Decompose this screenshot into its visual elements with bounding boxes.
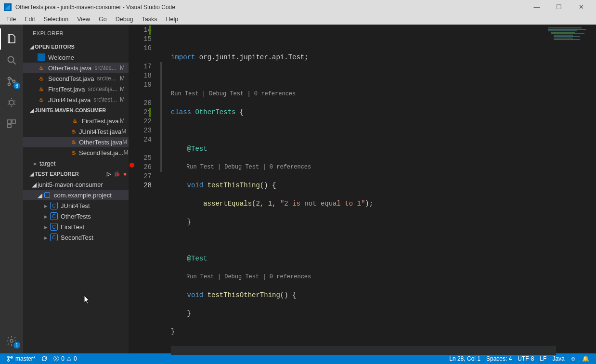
search-icon bbox=[6, 54, 17, 66]
activity-scm[interactable]: 6 bbox=[0, 71, 23, 92]
menu-go[interactable]: Go bbox=[94, 15, 111, 24]
codelens[interactable]: Run Test | Debug Test | 0 references bbox=[171, 163, 556, 172]
svg-point-12 bbox=[8, 356, 10, 358]
file-label: OtherTests.java bbox=[79, 139, 122, 146]
activity-search[interactable] bbox=[0, 50, 23, 71]
run-all-tests-icon[interactable]: ▷ bbox=[107, 171, 111, 177]
open-editor-label: JUnit4Test.java bbox=[48, 96, 91, 104]
test-class-label: JUnit4Test bbox=[61, 202, 90, 209]
menu-help[interactable]: Help bbox=[162, 15, 183, 24]
test-package-label: com.example.project bbox=[54, 192, 112, 199]
line-gutter: 14 15 16 17 18 19 20 21 22 23 24 25 26 2… bbox=[135, 25, 160, 364]
test-project[interactable]: ◢junit5-maven-consumer bbox=[23, 179, 129, 190]
svg-point-4 bbox=[9, 100, 14, 105]
open-editor-label: Welcome bbox=[48, 54, 74, 61]
explorer-sidebar: EXPLORER ◢OPEN EDITORS Welcome ♨OtherTes… bbox=[23, 25, 129, 353]
modified-indicator: M bbox=[120, 65, 129, 71]
modified-indicator: M bbox=[122, 139, 129, 145]
maximize-button[interactable]: ☐ bbox=[548, 3, 570, 11]
java-icon: ♨ bbox=[38, 75, 45, 82]
test-class-icon: C bbox=[50, 223, 58, 231]
test-explorer-header[interactable]: ◢TEST EXPLORER ▷ 🐞 ■ bbox=[23, 169, 129, 179]
status-problems[interactable]: ⓧ0 ⚠0 bbox=[51, 355, 79, 363]
java-icon: ♨ bbox=[71, 138, 76, 146]
test-class-junit4test[interactable]: ▸CJUnit4Test bbox=[23, 200, 129, 211]
activity-explorer[interactable] bbox=[0, 28, 23, 50]
status-sync[interactable] bbox=[38, 355, 51, 362]
folder-target[interactable]: ▸target bbox=[23, 158, 129, 169]
minimize-button[interactable]: — bbox=[526, 3, 548, 11]
open-editor-path: src\te... bbox=[97, 75, 116, 82]
git-branch-icon bbox=[7, 355, 13, 362]
file-othertests[interactable]: ♨OtherTests.javaM bbox=[23, 137, 129, 147]
menu-tasks[interactable]: Tasks bbox=[138, 15, 162, 24]
test-class-label: OtherTests bbox=[61, 213, 91, 220]
open-editor-junit4test[interactable]: ♨JUnit4Test.javasrc\test...M bbox=[23, 94, 129, 105]
breakpoint-icon[interactable] bbox=[130, 163, 134, 168]
file-firsttest[interactable]: ♨FirstTest.javaM bbox=[23, 116, 129, 126]
test-class-icon: C bbox=[50, 202, 58, 209]
editor-area: Welcome ♨OtherTests.java× ♨SecondTest.ja… bbox=[129, 25, 596, 353]
folder-label: JUNIT5-MAVEN-CONSUMER bbox=[35, 107, 106, 113]
java-icon: ♨ bbox=[38, 96, 45, 104]
open-editor-othertests[interactable]: ♨OtherTests.javasrc\tes...M bbox=[23, 63, 129, 73]
activity-settings[interactable]: 1 bbox=[0, 330, 23, 351]
test-class-label: SecondTest bbox=[61, 234, 93, 241]
test-class-icon: C bbox=[50, 212, 58, 220]
error-icon: ⓧ bbox=[53, 355, 59, 363]
warning-count: 0 bbox=[74, 355, 77, 362]
open-editor-firsttest[interactable]: ♨FirstTest.javasrc\test\ja...M bbox=[23, 84, 129, 94]
java-icon: ♨ bbox=[71, 128, 76, 135]
java-icon: ♨ bbox=[71, 149, 76, 156]
modified-indicator: M bbox=[120, 86, 129, 92]
vscode-icon bbox=[4, 3, 12, 11]
open-editor-label: SecondTest.java bbox=[48, 75, 94, 82]
file-junit4test[interactable]: ♨JUnit4Test.javaM bbox=[23, 126, 129, 137]
modified-indicator: M bbox=[124, 149, 129, 156]
open-editor-path: src\test\ja... bbox=[88, 86, 117, 92]
menu-file[interactable]: File bbox=[2, 15, 20, 24]
code-content[interactable]: import org.junit.jupiter.api.Test; Run T… bbox=[166, 25, 556, 364]
sync-icon bbox=[41, 355, 48, 362]
status-branch[interactable]: master* bbox=[4, 355, 38, 362]
java-icon: ♨ bbox=[71, 117, 79, 125]
svg-rect-7 bbox=[8, 124, 11, 128]
debug-all-tests-icon[interactable]: 🐞 bbox=[114, 171, 120, 177]
open-editor-welcome[interactable]: Welcome bbox=[23, 52, 129, 63]
menu-view[interactable]: View bbox=[73, 15, 94, 24]
open-editors-header[interactable]: ◢OPEN EDITORS bbox=[23, 41, 129, 52]
activity-extensions[interactable] bbox=[0, 113, 23, 134]
test-project-label: junit5-maven-consumer bbox=[38, 181, 103, 188]
settings-badge: 1 bbox=[13, 342, 20, 349]
code-editor[interactable]: 14 15 16 17 18 19 20 21 22 23 24 25 26 2… bbox=[129, 25, 596, 364]
svg-rect-5 bbox=[8, 120, 11, 123]
codelens[interactable]: Run Test | Debug Test | 0 references bbox=[171, 90, 556, 99]
svg-point-3 bbox=[13, 80, 15, 83]
open-editor-secondtest[interactable]: ♨SecondTest.javasrc\te...M bbox=[23, 73, 129, 84]
test-package[interactable]: ◢com.example.project bbox=[23, 190, 129, 200]
menu-debug[interactable]: Debug bbox=[111, 15, 138, 24]
menu-edit[interactable]: Edit bbox=[20, 15, 39, 24]
test-class-firsttest[interactable]: ▸CFirstTest bbox=[23, 221, 129, 232]
folder-header[interactable]: ◢JUNIT5-MAVEN-CONSUMER bbox=[23, 105, 129, 116]
file-secondtest[interactable]: ♨SecondTest.ja...M bbox=[23, 147, 129, 158]
minimap[interactable] bbox=[548, 25, 596, 364]
menu-selection[interactable]: Selection bbox=[39, 15, 73, 24]
test-class-secondtest[interactable]: ▸CSecondTest bbox=[23, 232, 129, 243]
test-class-icon: C bbox=[50, 234, 58, 241]
codelens[interactable]: Run Test | Debug Test | 0 references bbox=[171, 273, 556, 282]
file-label: JUnit4Test.java bbox=[79, 128, 121, 135]
warning-icon: ⚠ bbox=[66, 355, 72, 362]
test-class-othertests[interactable]: ▸COtherTests bbox=[23, 211, 129, 221]
sidebar-title: EXPLORER bbox=[23, 25, 129, 41]
files-icon bbox=[6, 33, 17, 45]
activity-bar: 6 1 bbox=[0, 25, 23, 353]
package-icon bbox=[43, 191, 51, 199]
svg-point-0 bbox=[8, 57, 14, 63]
title-bar: OtherTests.java - junit5-maven-consumer … bbox=[0, 0, 596, 14]
svg-point-13 bbox=[8, 360, 10, 362]
stop-tests-icon[interactable]: ■ bbox=[123, 171, 127, 177]
close-window-button[interactable]: ✕ bbox=[570, 3, 592, 11]
java-icon: ♨ bbox=[38, 64, 45, 72]
activity-debug[interactable] bbox=[0, 92, 23, 113]
